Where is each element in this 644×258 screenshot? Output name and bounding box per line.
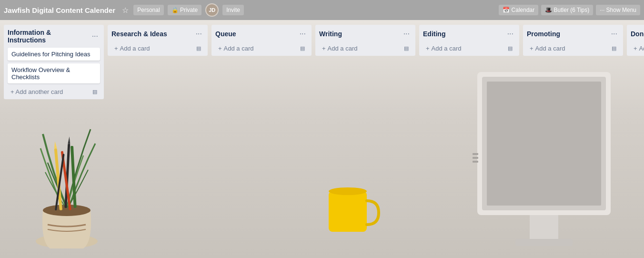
template-icon: ▤ [508, 45, 513, 52]
add-card-done-button[interactable]: + Add a card ▤ [631, 43, 644, 54]
template-icon: ▤ [92, 89, 97, 95]
column-header-queue: Queue ··· [215, 29, 308, 39]
add-another-card-button[interactable]: + Add another card ▤ [8, 86, 100, 97]
board-columns: Information & Instructions ··· Guideline… [0, 25, 644, 99]
plus-icon: + [426, 45, 430, 52]
add-card-label: Add a card [639, 45, 644, 52]
column-header-research: Research & Ideas ··· [111, 29, 204, 39]
svg-marker-7 [53, 141, 57, 148]
column-menu-queue[interactable]: ··· [298, 29, 308, 39]
column-menu-research[interactable]: ··· [194, 29, 204, 39]
add-card-queue-button[interactable]: + Add a card ▤ [215, 43, 308, 54]
column-header-promoting: Promoting ··· [527, 29, 619, 39]
add-card-label: Add a card [224, 45, 254, 52]
mug-decoration [324, 182, 381, 239]
column-header-writing: Writing ··· [319, 29, 412, 39]
column-header-done: Done ··· [631, 29, 644, 39]
column-menu-info[interactable]: ··· [90, 31, 100, 41]
svg-marker-8 [68, 136, 70, 144]
column-done: Done ··· + Add a card ▤ [627, 25, 644, 56]
template-icon: ▤ [196, 45, 201, 52]
add-card-label: Add a card [328, 45, 358, 52]
template-icon: ▤ [404, 45, 409, 52]
column-menu-writing[interactable]: ··· [402, 29, 412, 39]
column-promoting: Promoting ··· + Add a card ▤ [523, 25, 623, 56]
column-header-editing: Editing ··· [423, 29, 515, 39]
add-card-promoting-button[interactable]: + Add a card ▤ [527, 43, 619, 54]
add-another-icon: + Add another card [10, 88, 63, 95]
plus-icon: + [634, 45, 637, 52]
add-card-editing-button[interactable]: + Add a card ▤ [423, 43, 515, 54]
svg-rect-18 [473, 161, 478, 163]
plus-icon: + [530, 45, 533, 52]
header: Jawfish Digital Content Calender ☆ Perso… [0, 0, 644, 20]
card-guidelines[interactable]: Guidelines for Pitching Ideas ✏ [8, 48, 100, 61]
add-card-label: Add a card [432, 45, 462, 52]
column-info: Information & Instructions ··· Guideline… [4, 25, 104, 99]
column-header-info: Information & Instructions ··· [8, 29, 100, 44]
show-menu-button[interactable]: ··· Show Menu [596, 5, 640, 15]
star-button[interactable]: ☆ [121, 5, 130, 16]
invite-button[interactable]: Invite [222, 5, 244, 15]
add-card-writing-button[interactable]: + Add a card ▤ [319, 43, 412, 54]
svg-rect-16 [473, 153, 478, 155]
plant-decoration [14, 77, 119, 258]
template-icon: ▤ [612, 45, 616, 52]
card-workflow[interactable]: Workflow Overview & Checklists ✏ [8, 63, 100, 83]
card-text: Guidelines for Pitching Ideas [11, 51, 90, 58]
svg-point-10 [329, 187, 367, 195]
avatar: JD [205, 3, 219, 17]
column-queue: Queue ··· + Add a card ▤ [211, 25, 312, 56]
column-editing: Editing ··· + Add a card ▤ [419, 25, 519, 56]
column-title-queue: Queue [215, 30, 298, 38]
header-right: 📅 Calendar 🎩 Butler (6 Tips) ··· Show Me… [499, 5, 640, 15]
template-icon: ▤ [300, 45, 305, 52]
column-research: Research & Ideas ··· + Add a card ▤ [108, 25, 208, 56]
add-card-label: Add a card [120, 45, 150, 52]
svg-rect-17 [473, 157, 478, 159]
svg-rect-13 [530, 215, 558, 239]
private-button[interactable]: 🔒 Private [168, 5, 202, 15]
column-menu-editing[interactable]: ··· [505, 29, 515, 39]
butler-button[interactable]: 🎩 Butler (6 Tips) [541, 5, 593, 15]
add-card-research-button[interactable]: + Add a card ▤ [111, 43, 204, 54]
board: Information & Instructions ··· Guideline… [0, 20, 644, 258]
column-title-info: Information & Instructions [8, 29, 90, 44]
column-title-promoting: Promoting [527, 30, 609, 38]
column-menu-promoting[interactable]: ··· [609, 29, 619, 39]
board-title: Jawfish Digital Content Calender [4, 6, 115, 14]
plus-icon: + [218, 45, 222, 52]
plus-icon: + [322, 45, 326, 52]
calendar-button[interactable]: 📅 Calendar [499, 5, 538, 15]
column-title-research: Research & Ideas [111, 30, 194, 38]
column-title-writing: Writing [319, 30, 402, 38]
svg-rect-14 [515, 239, 573, 246]
svg-rect-15 [487, 82, 601, 206]
personal-button[interactable]: Personal [133, 5, 163, 15]
column-writing: Writing ··· + Add a card ▤ [315, 25, 415, 56]
svg-rect-9 [329, 191, 367, 232]
column-title-editing: Editing [423, 30, 505, 38]
column-title-done: Done [631, 30, 644, 38]
card-text: Workflow Overview & Checklists [11, 66, 91, 81]
plus-icon: + [114, 45, 118, 52]
add-card-label: Add a card [535, 45, 565, 52]
